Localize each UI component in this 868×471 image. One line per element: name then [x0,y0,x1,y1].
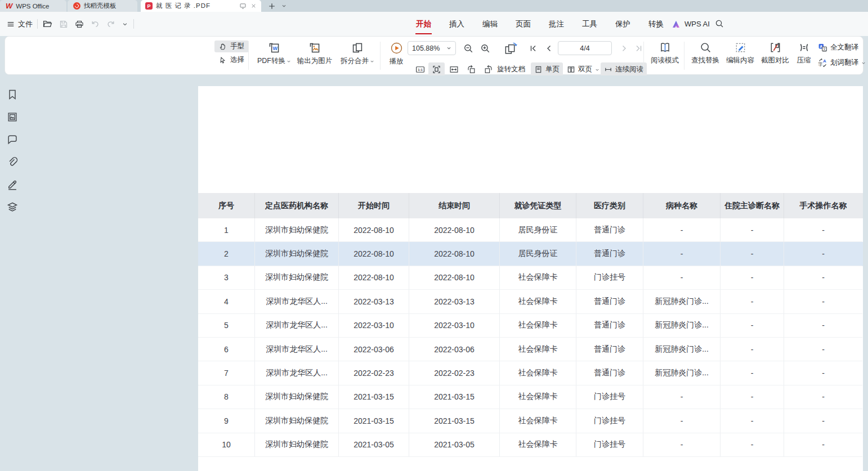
bookmark-icon[interactable] [7,89,18,100]
monitor-icon[interactable] [239,2,247,10]
menu-tab-1[interactable]: 插入 [449,18,465,30]
edit-content-button[interactable]: 编辑内容 [722,42,758,65]
last-page-button[interactable] [634,44,643,53]
compress-button[interactable]: 压缩 [792,42,816,65]
zoom-level-select[interactable]: 105.88% [408,41,456,55]
save-button[interactable] [59,20,68,29]
play-icon [390,42,403,55]
table-cell: - [721,338,784,361]
menu-tab-6[interactable]: 保护 [615,18,631,30]
next-page-button[interactable] [620,44,629,53]
export-image-button[interactable]: 输出为图片 [293,42,336,66]
docer-logo-icon [73,2,80,10]
table-cell: - [721,314,784,338]
rotate-left-icon [467,65,476,74]
table-cell: 门诊挂号 [576,433,643,457]
open-file-button[interactable] [43,19,52,29]
play-button[interactable]: 播放 [383,42,409,66]
page-thumbnails-refresh-icon[interactable] [504,42,517,56]
play-label: 播放 [390,57,404,66]
more-actions-chevron-icon[interactable] [122,21,128,27]
word-translate-button[interactable]: 字A 划词翻译 [818,58,866,68]
table-cell: 2022-08-10 [409,242,500,266]
actual-size-button[interactable]: 1:1 [411,62,429,77]
signature-pen-icon[interactable] [7,179,18,190]
column-header: 结束时间 [409,193,500,218]
table-cell: 深圳市妇幼保健院 [255,433,339,457]
find-replace-button[interactable]: 查找替换 [687,42,723,65]
search-icon[interactable] [715,19,724,28]
table-cell: 普通门诊 [576,218,643,242]
previous-page-button[interactable] [544,44,553,53]
separator [380,42,381,70]
tab-wps-home[interactable]: W WPS Office [0,0,66,12]
tab-list-chevron-icon[interactable] [281,3,287,8]
table-cell: 2021-03-05 [339,433,409,457]
attachment-icon[interactable] [7,156,18,168]
zoom-in-button[interactable] [480,43,490,53]
read-mode-button[interactable]: 阅读模式 [647,42,683,65]
fit-page-button[interactable] [428,62,445,77]
split-merge-button[interactable]: 拆分合并 [337,42,378,66]
hand-tool-button[interactable]: 手型 [214,41,249,52]
undo-button[interactable] [91,20,100,29]
svg-text:文: 文 [823,47,826,51]
thumbnails-icon[interactable] [7,111,18,123]
menu-tab-0[interactable]: 开始 [415,18,432,30]
new-tab-button[interactable] [268,2,276,10]
edit-pencil-icon [735,42,746,53]
tab-label: 就 医 记 录 .PDF [156,2,236,10]
table-row: 4深圳市龙华区人...2022-03-132022-03-13社会保障卡普通门诊… [198,290,863,313]
table-cell: 深圳市龙华区人... [255,361,339,385]
file-menu-button[interactable]: 文件 [7,12,33,36]
rotate-left-button[interactable] [463,62,480,77]
column-header: 病种名称 [643,193,721,218]
rotate-doc-label[interactable]: 旋转文档 [494,62,529,77]
table-cell: - [784,385,862,409]
table-cell: - [721,433,784,457]
table-cell: - [784,242,862,266]
zoom-out-button[interactable] [463,43,473,53]
hand-tool-label: 手型 [230,42,244,51]
first-page-button[interactable] [529,44,538,53]
screenshot-compare-button[interactable]: 截图对比 [757,42,793,65]
select-tool-button[interactable]: 选择 [214,54,249,66]
menu-tab-7[interactable]: 转换 [648,18,664,30]
table-cell: - [784,266,862,290]
one-to-one-icon: 1:1 [415,65,426,74]
tab-docer[interactable]: 找稻壳模板 [68,0,137,12]
menu-tab-4[interactable]: 批注 [548,18,565,30]
double-page-button[interactable]: 双页 [563,62,603,77]
page-number-input[interactable]: 4/4 [558,41,612,55]
table-cell: 普通门诊 [576,338,643,361]
medical-records-table: 序号定点医药机构名称开始时间结束时间就诊凭证类型医疗类别病种名称住院主诊断名称手… [198,193,863,457]
close-tab-icon[interactable] [250,3,257,9]
full-translate-button[interactable]: A文 全文翻译 [818,43,866,52]
menu-tab-5[interactable]: 工具 [581,18,598,30]
menu-tab-2[interactable]: 编辑 [482,18,498,30]
wps-ai-button[interactable]: WPS AI [672,12,710,36]
redo-button[interactable] [106,20,115,29]
table-cell: 社会保障卡 [500,361,576,385]
column-header: 手术操作名称 [784,193,862,218]
fit-width-button[interactable] [446,62,462,77]
comment-icon[interactable] [7,134,18,145]
table-cell: - [784,290,862,313]
print-button[interactable] [75,20,84,29]
continuous-reading-button[interactable]: 连续阅读 [601,62,647,77]
chevron-down-icon [287,59,291,64]
layers-icon[interactable] [7,201,18,213]
table-body: 1深圳市妇幼保健院2022-08-102022-08-10居民身份证普通门诊--… [198,218,863,457]
table-cell: - [643,266,721,290]
table-cell: - [643,409,721,433]
cursor-icon [219,56,227,64]
tab-document[interactable]: P 就 医 记 录 .PDF [141,0,261,12]
single-page-icon [534,65,543,74]
pdf-convert-button[interactable]: W PDF转换 [253,42,296,66]
column-header: 序号 [198,193,255,218]
menu-tab-3[interactable]: 页面 [515,18,531,30]
hamburger-icon [7,20,15,28]
column-header: 定点医药机构名称 [255,193,339,218]
table-cell: - [784,338,862,361]
single-page-button[interactable]: 单页 [531,62,563,77]
